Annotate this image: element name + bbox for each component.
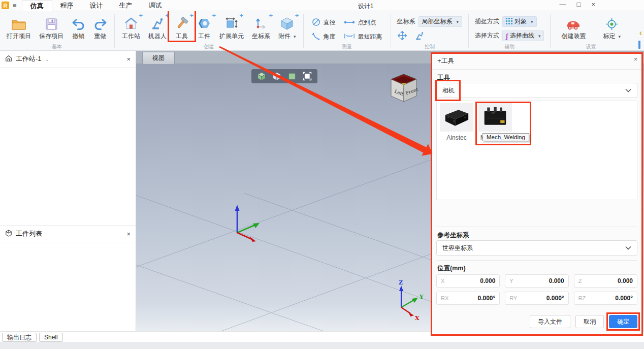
close-panel-icon[interactable]: × — [126, 230, 131, 238]
close-button[interactable]: × — [591, 1, 595, 8]
move-control-button[interactable] — [397, 30, 407, 42]
chevron-down-icon[interactable]: ▾ — [618, 34, 621, 39]
tool-item-list: Ainstec Mech_..ing Mech_Welding — [436, 101, 637, 200]
calibrate-button[interactable]: 标定▾ — [599, 13, 625, 41]
axis-z-label: Z — [399, 279, 403, 286]
minimize-button[interactable]: — — [560, 1, 566, 8]
ribbon-separator — [303, 14, 304, 48]
divider — [436, 260, 637, 261]
robot-button[interactable]: + 机器人 — [144, 13, 171, 41]
app-window: R ≡ 仿真 程序 设计 生产 调试 设计1 — □ × 打开项目 — [0, 0, 644, 349]
tab-program[interactable]: 程序 — [52, 0, 82, 11]
workpiece-list-section: 工件列表 × — [0, 225, 136, 331]
reference-frame-label: 参考坐标系 — [437, 231, 469, 240]
shell-tab[interactable]: Shell — [39, 333, 63, 342]
group-label-control: 控制 — [394, 43, 466, 50]
point-to-point-icon — [344, 19, 355, 26]
tool-panel-title: +工具 — [437, 56, 455, 66]
workpiece-button[interactable]: + 工件 — [193, 13, 215, 41]
tool-type-dropdown[interactable]: 相机 — [436, 83, 637, 98]
ribbon-separator — [114, 14, 115, 48]
position-fields: X0.000 Y0.000 Z0.000 RX0.000° RY0.000° R… — [436, 274, 637, 305]
redo-button[interactable]: 重做 — [89, 13, 111, 41]
open-project-button[interactable]: 打开项目 — [3, 13, 35, 41]
tab-debug[interactable]: 调试 — [141, 0, 170, 11]
window-controls: — □ × — [560, 1, 595, 8]
snap-mode-dropdown[interactable]: 对象 ▾ — [502, 16, 537, 27]
close-dialog-icon[interactable]: × — [634, 56, 637, 63]
select-mode-dropdown[interactable]: ∫ 选择曲线 ▾ — [502, 30, 544, 41]
cube-icon: + — [280, 14, 294, 30]
measure-point-to-point-button[interactable]: 点到点 — [344, 18, 382, 28]
coord-system-label: 坐标系 — [397, 17, 415, 26]
workstation-button[interactable]: + 工作站 — [118, 13, 144, 41]
status-strip — [0, 342, 644, 349]
x-field[interactable]: X0.000 — [436, 274, 500, 288]
rx-field[interactable]: RX0.000° — [436, 292, 500, 305]
ribbon-separator — [391, 14, 391, 48]
extension-unit-icon: + — [224, 14, 239, 30]
z-field[interactable]: Z0.000 — [574, 274, 637, 288]
view-tab[interactable]: 视图 — [142, 52, 175, 64]
workstation-tree-body — [0, 68, 136, 225]
ry-field[interactable]: RY0.000° — [505, 292, 568, 305]
chevron-down-icon[interactable]: ▾ — [294, 34, 296, 39]
edge-decoration — [638, 41, 640, 49]
tab-production[interactable]: 生产 — [111, 0, 141, 11]
camera-item-ainstec[interactable]: Ainstec — [440, 103, 473, 141]
hammer-icon: + — [175, 14, 189, 30]
chevron-down-icon[interactable]: ⌄ — [45, 56, 49, 62]
axis-y-label: Y — [419, 294, 424, 300]
shaded-view-button[interactable] — [255, 70, 268, 82]
measure-shortest-distance-button[interactable]: 最短距离 — [344, 32, 382, 42]
tab-design[interactable]: 设计 — [82, 0, 111, 11]
dialog-buttons: 导入文件 取消 确定 — [530, 315, 637, 328]
save-project-button[interactable]: 保存项目 — [35, 13, 68, 41]
ribbon-group-assist: 捕捉方式 对象 ▾ 选择方式 ∫ 选择曲线 ▾ 辅助 — [470, 11, 549, 50]
close-panel-icon[interactable]: × — [126, 55, 131, 63]
y-field[interactable]: Y0.000 — [505, 274, 568, 288]
reference-frame-dropdown[interactable]: 世界坐标系 — [436, 240, 637, 256]
target-icon — [605, 14, 618, 30]
tool-button[interactable]: + 工具 — [171, 13, 193, 41]
attachment-button[interactable]: + 附件▾ — [274, 13, 300, 41]
group-label-create: 创建 — [118, 43, 300, 50]
hamburger-menu-icon[interactable]: ≡ — [13, 2, 17, 9]
tab-simulation[interactable]: 仿真 — [22, 0, 52, 11]
axis-x-label: X — [415, 315, 420, 321]
tool-type-value: 相机 — [442, 86, 455, 95]
reference-frame-value: 世界坐标系 — [442, 244, 473, 252]
chevron-down-icon: ▾ — [531, 19, 533, 24]
maximize-button[interactable]: □ — [577, 1, 581, 8]
world-origin-triad — [218, 201, 284, 253]
chevron-down-icon: ▾ — [457, 19, 459, 24]
extension-unit-button[interactable]: + 扩展单元 — [215, 13, 248, 41]
collapse-chevron-icon[interactable]: ‹ — [639, 28, 642, 38]
create-device-button[interactable]: 创建装置 — [557, 13, 590, 41]
ribbon-group-measure: 直径 点到点 角度 最短距离 测量 — [305, 11, 389, 50]
rz-field[interactable]: RZ0.000° — [574, 292, 637, 305]
shortest-distance-icon — [344, 33, 355, 41]
robot-jog-button[interactable] — [414, 31, 425, 42]
camera-item-name: Ainstec — [440, 134, 473, 141]
ribbon-group-control: 坐标系 局部坐标系▾ 控制 — [393, 11, 467, 50]
measure-diameter-button[interactable]: 直径 — [312, 18, 336, 28]
local-coord-dropdown[interactable]: 局部坐标系▾ — [418, 16, 463, 27]
wireframe-view-button[interactable] — [270, 70, 283, 82]
measure-angle-button[interactable]: 角度 — [312, 32, 336, 42]
view-cube[interactable]: Left Front — [387, 72, 421, 106]
chevron-down-icon — [625, 244, 631, 251]
solid-view-button[interactable] — [285, 70, 299, 82]
group-label-assist: 辅助 — [472, 43, 547, 50]
cancel-button[interactable]: 取消 — [575, 315, 604, 328]
workpiece-list-title[interactable]: 工件列表 — [16, 229, 42, 238]
ok-button[interactable]: 确定 — [609, 315, 637, 328]
import-file-button[interactable]: 导入文件 — [530, 315, 570, 328]
output-log-tab[interactable]: 输出日志 — [2, 333, 37, 342]
camera-thumbnail — [440, 103, 473, 132]
coordinate-system-button[interactable]: + 坐标系 — [248, 13, 274, 41]
workstation-title[interactable]: 工作站-1 — [16, 54, 42, 64]
fit-view-button[interactable] — [301, 70, 314, 82]
group-label-settings: 设置 — [557, 43, 625, 50]
undo-button[interactable]: 撤销 — [68, 13, 89, 41]
